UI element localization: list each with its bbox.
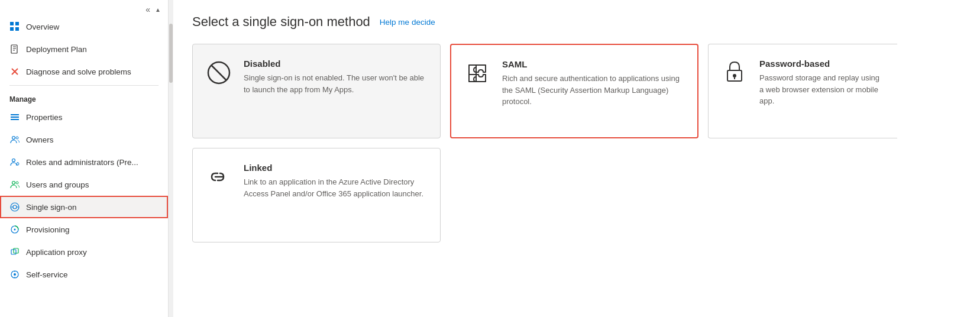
sidebar-item-label: Owners <box>26 135 54 144</box>
sidebar-item-provisioning[interactable]: Provisioning <box>0 218 168 241</box>
book-icon <box>9 44 20 54</box>
svg-point-15 <box>12 159 15 162</box>
svg-rect-2 <box>10 27 14 31</box>
sidebar-item-diagnose[interactable]: Diagnose and solve problems <box>0 60 168 83</box>
svg-rect-11 <box>11 117 19 118</box>
sidebar-divider <box>9 85 159 86</box>
card-saml[interactable]: SAML Rich and secure authentication to a… <box>450 44 698 138</box>
card-password-content: Password-based Password storage and repl… <box>759 59 885 107</box>
card-password-title: Password-based <box>759 59 885 69</box>
card-disabled-title: Disabled <box>244 59 428 69</box>
sidebar-item-label: Overview <box>26 22 59 31</box>
grid-icon <box>9 21 20 32</box>
sidebar-item-label: Diagnose and solve problems <box>26 67 131 76</box>
svg-point-30 <box>14 273 16 276</box>
card-linked-desc: Link to an application in the Azure Acti… <box>244 176 428 199</box>
svg-point-22 <box>13 205 17 209</box>
users-icon <box>9 179 20 190</box>
scrollbar-thumb[interactable] <box>169 24 173 83</box>
bars-icon <box>9 112 20 122</box>
sidebar-item-roles[interactable]: Roles and administrators (Pre... <box>0 151 168 173</box>
svg-point-36 <box>733 74 736 77</box>
sso-icon <box>9 202 20 212</box>
sidebar-item-overview[interactable]: Overview <box>0 15 168 38</box>
sidebar-item-single-sign-on[interactable]: Single sign-on <box>0 196 168 218</box>
sidebar-item-label: Single sign-on <box>26 203 77 212</box>
card-password[interactable]: Password-based Password storage and repl… <box>708 44 897 138</box>
svg-point-26 <box>14 229 16 231</box>
card-password-desc: Password storage and replay using a web … <box>759 72 885 107</box>
svg-point-20 <box>16 182 18 184</box>
help-me-decide-link[interactable]: Help me decide <box>380 18 435 27</box>
sidebar: « ▲ Overview Deployment Plan Diagnose an… <box>0 0 169 317</box>
sidebar-item-label: Provisioning <box>26 225 70 234</box>
svg-rect-3 <box>15 27 19 31</box>
sidebar-item-properties[interactable]: Properties <box>0 106 168 128</box>
svg-rect-0 <box>10 22 14 25</box>
sidebar-item-label: Properties <box>26 113 63 122</box>
svg-rect-12 <box>11 119 19 120</box>
svg-point-14 <box>16 137 18 139</box>
svg-rect-1 <box>15 22 19 25</box>
svg-line-34 <box>211 65 227 80</box>
sidebar-collapse-button[interactable]: « <box>143 4 153 15</box>
sidebar-item-self-service[interactable]: Self-service <box>0 263 168 286</box>
sidebar-item-owners[interactable]: Owners <box>0 128 168 151</box>
main-content: Select a single sign-on method Help me d… <box>173 0 980 317</box>
manage-label: Manage <box>0 88 168 106</box>
card-disabled-desc: Single sign-on is not enabled. The user … <box>244 72 428 95</box>
sidebar-top-section: Overview Deployment Plan Diagnose and so… <box>0 15 168 83</box>
sidebar-item-label: Application proxy <box>26 248 87 257</box>
svg-rect-10 <box>11 114 19 115</box>
linked-icon <box>205 163 233 191</box>
card-saml-title: SAML <box>502 59 685 69</box>
sidebar-item-label: Self-service <box>26 270 68 279</box>
card-linked[interactable]: Linked Link to an application in the Azu… <box>192 148 441 242</box>
svg-point-13 <box>12 137 15 140</box>
provisioning-icon <box>9 224 20 235</box>
sidebar-scroll-up-button[interactable]: ▲ <box>153 4 163 15</box>
sidebar-item-label: Users and groups <box>26 180 89 189</box>
sidebar-item-app-proxy[interactable]: Application proxy <box>0 241 168 263</box>
svg-point-19 <box>12 182 15 185</box>
manage-section: Manage Properties Owners Roles and admin… <box>0 88 168 286</box>
self-service-icon <box>9 269 20 280</box>
svg-point-16 <box>17 163 19 165</box>
cards-grid: Disabled Single sign-on is not enabled. … <box>192 44 961 242</box>
card-disabled[interactable]: Disabled Single sign-on is not enabled. … <box>192 44 441 138</box>
svg-rect-4 <box>11 45 17 53</box>
scrollbar[interactable] <box>169 0 173 317</box>
sidebar-item-label: Roles and administrators (Pre... <box>26 158 138 167</box>
saml-icon <box>463 59 491 88</box>
card-saml-desc: Rich and secure authentication to applic… <box>502 73 685 108</box>
card-linked-content: Linked Link to an application in the Azu… <box>244 163 428 199</box>
card-linked-title: Linked <box>244 163 428 173</box>
app-proxy-icon <box>9 247 20 257</box>
card-saml-content: SAML Rich and secure authentication to a… <box>502 59 685 108</box>
card-disabled-content: Disabled Single sign-on is not enabled. … <box>244 59 428 95</box>
sidebar-item-deployment-plan[interactable]: Deployment Plan <box>0 38 168 60</box>
sidebar-item-label: Deployment Plan <box>26 45 87 54</box>
disabled-icon <box>205 59 233 87</box>
password-icon <box>720 59 749 87</box>
page-title: Select a single sign-on method <box>192 14 370 30</box>
people-settings-icon <box>9 157 20 167</box>
people-icon <box>9 134 20 145</box>
page-header: Select a single sign-on method Help me d… <box>192 14 961 30</box>
cross-icon <box>9 66 20 77</box>
sidebar-item-users-groups[interactable]: Users and groups <box>0 173 168 196</box>
